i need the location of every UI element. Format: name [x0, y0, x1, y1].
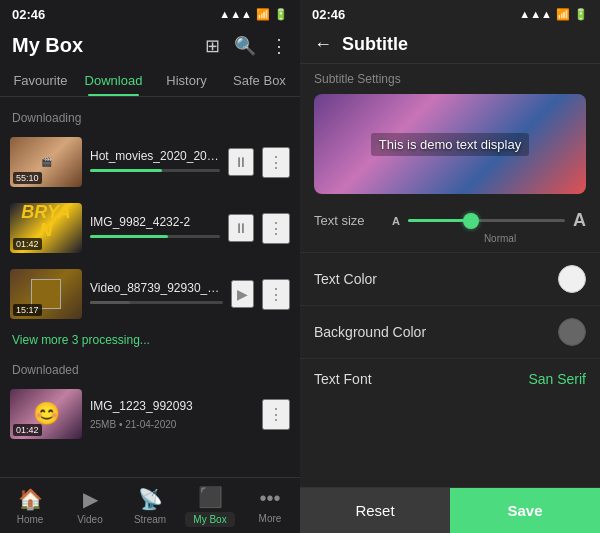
nav-mybox[interactable]: ⬛ My Box — [180, 478, 240, 533]
thumbnail-2: BRYAN 01:42 — [10, 203, 82, 253]
search-icon[interactable]: 🔍 — [234, 35, 256, 57]
item-name-1: Hot_movies_2020_202 03423_023_281 — [90, 149, 220, 163]
battery-icon: 🔋 — [274, 8, 288, 21]
video-icon: ▶ — [83, 487, 98, 511]
nav-mybox-label: My Box — [185, 512, 234, 527]
grid-icon[interactable]: ⊞ — [205, 35, 220, 57]
header-left: My Box ⊞ 🔍 ⋮ — [0, 28, 300, 65]
more-button-1[interactable]: ⋮ — [262, 147, 290, 178]
nav-more-label: More — [259, 513, 282, 524]
brya-label: BRYAN — [10, 203, 82, 239]
progress-fill-2 — [90, 235, 168, 238]
nav-stream[interactable]: 📡 Stream — [120, 478, 180, 533]
downloading-label: Downloading — [0, 105, 300, 129]
slider-fill — [408, 219, 471, 222]
nav-home-label: Home — [17, 514, 44, 525]
text-font-value[interactable]: San Serif — [528, 371, 586, 387]
wifi-icon-r: 📶 — [556, 8, 570, 21]
slider-thumb — [463, 213, 479, 229]
right-panel: 02:46 ▲▲▲ 📶 🔋 ← Subtitle Subtitle Settin… — [300, 0, 600, 533]
more-button-2[interactable]: ⋮ — [262, 213, 290, 244]
status-time-right: 02:46 — [312, 7, 345, 22]
item-info-4: IMG_1223_992093 25MB • 21-04-2020 — [90, 399, 254, 430]
tabs: Favourite Download History Safe Box — [0, 65, 300, 97]
duration-badge-4: 01:42 — [13, 424, 42, 436]
more-icon[interactable]: ⋮ — [270, 35, 288, 57]
pause-button-2[interactable]: ⏸ — [228, 214, 254, 242]
size-a-large: A — [573, 210, 586, 231]
duration-badge-2: 01:42 — [13, 238, 42, 250]
wifi-icon: 📶 — [256, 8, 270, 21]
page-title: My Box — [12, 34, 83, 57]
tab-history[interactable]: History — [150, 65, 223, 96]
item-info-3: Video_88739_92930_8 3849395 — [90, 281, 223, 308]
more-button-4[interactable]: ⋮ — [262, 399, 290, 430]
text-size-slider[interactable] — [408, 211, 565, 231]
progress-bar-1 — [90, 169, 220, 172]
more-nav-icon: ••• — [259, 487, 280, 510]
background-color-label: Background Color — [314, 324, 426, 340]
size-normal-label: Normal — [300, 233, 600, 244]
progress-fill-3 — [90, 301, 130, 304]
duration-badge-3: 15:17 — [13, 304, 42, 316]
list-item: 🎬 55:10 Hot_movies_2020_202 03423_023_28… — [0, 129, 300, 195]
downloaded-label: Downloaded — [0, 357, 300, 381]
status-time-left: 02:46 — [12, 7, 45, 22]
status-icons-right: ▲▲▲ 📶 🔋 — [519, 8, 588, 21]
item-info-1: Hot_movies_2020_202 03423_023_281 — [90, 149, 220, 176]
save-button[interactable]: Save — [450, 488, 600, 533]
signal-icon: ▲▲▲ — [219, 8, 252, 20]
pause-button-1[interactable]: ⏸ — [228, 148, 254, 176]
back-button[interactable]: ← — [314, 34, 332, 55]
home-icon: 🏠 — [18, 487, 43, 511]
slider-track — [408, 219, 565, 222]
nav-video-label: Video — [77, 514, 102, 525]
mybox-icon: ⬛ — [198, 485, 223, 509]
background-color-row: Background Color — [300, 305, 600, 358]
buttons-row: Reset Save — [300, 487, 600, 533]
item-info-2: IMG_9982_4232-2 — [90, 215, 220, 242]
item-name-3: Video_88739_92930_8 3849395 — [90, 281, 223, 295]
list-item: 15:17 Video_88739_92930_8 3849395 ▶ ⋮ — [0, 261, 300, 327]
status-bar-right: 02:46 ▲▲▲ 📶 🔋 — [300, 0, 600, 28]
item-meta-4: 25MB • 21-04-2020 — [90, 419, 254, 430]
item-name-2: IMG_9982_4232-2 — [90, 215, 220, 229]
signal-icon-r: ▲▲▲ — [519, 8, 552, 20]
tab-favourite[interactable]: Favourite — [4, 65, 77, 96]
view-more-link[interactable]: View more 3 processing... — [0, 327, 300, 357]
preview-box: This is demo text display — [314, 94, 586, 194]
text-font-row: Text Font San Serif — [300, 358, 600, 399]
header-action-icons: ⊞ 🔍 ⋮ — [205, 35, 288, 57]
item-name-4: IMG_1223_992093 — [90, 399, 254, 413]
play-button-3[interactable]: ▶ — [231, 280, 254, 308]
thumbnail-1: 🎬 55:10 — [10, 137, 82, 187]
duration-badge-1: 55:10 — [13, 172, 42, 184]
reset-button[interactable]: Reset — [300, 488, 450, 533]
list-item: 😊 01:42 IMG_1223_992093 25MB • 21-04-202… — [0, 381, 300, 447]
left-panel: 02:46 ▲▲▲ 📶 🔋 My Box ⊞ 🔍 ⋮ Favourite Dow… — [0, 0, 300, 533]
text-size-row: Text size A A — [300, 204, 600, 233]
status-icons-left: ▲▲▲ 📶 🔋 — [219, 8, 288, 21]
tab-download[interactable]: Download — [77, 65, 150, 96]
tab-safebox[interactable]: Safe Box — [223, 65, 296, 96]
battery-icon-r: 🔋 — [574, 8, 588, 21]
text-color-toggle[interactable] — [558, 265, 586, 293]
text-size-label: Text size — [314, 213, 384, 228]
size-a-small: A — [392, 215, 400, 227]
nav-video[interactable]: ▶ Video — [60, 478, 120, 533]
header-right: ← Subtitle — [300, 28, 600, 64]
text-font-label: Text Font — [314, 371, 372, 387]
nav-home[interactable]: 🏠 Home — [0, 478, 60, 533]
thumbnail-3: 15:17 — [10, 269, 82, 319]
background-color-toggle[interactable] — [558, 318, 586, 346]
more-button-3[interactable]: ⋮ — [262, 279, 290, 310]
nav-more[interactable]: ••• More — [240, 478, 300, 533]
content-area: Downloading 🎬 55:10 Hot_movies_2020_202 … — [0, 97, 300, 477]
subtitle-title: Subtitle — [342, 34, 408, 55]
thumbnail-4: 😊 01:42 — [10, 389, 82, 439]
bottom-nav: 🏠 Home ▶ Video 📡 Stream ⬛ My Box ••• Mor… — [0, 477, 300, 533]
progress-bar-3 — [90, 301, 223, 304]
text-color-label: Text Color — [314, 271, 377, 287]
progress-fill-1 — [90, 169, 162, 172]
text-color-row: Text Color — [300, 252, 600, 305]
